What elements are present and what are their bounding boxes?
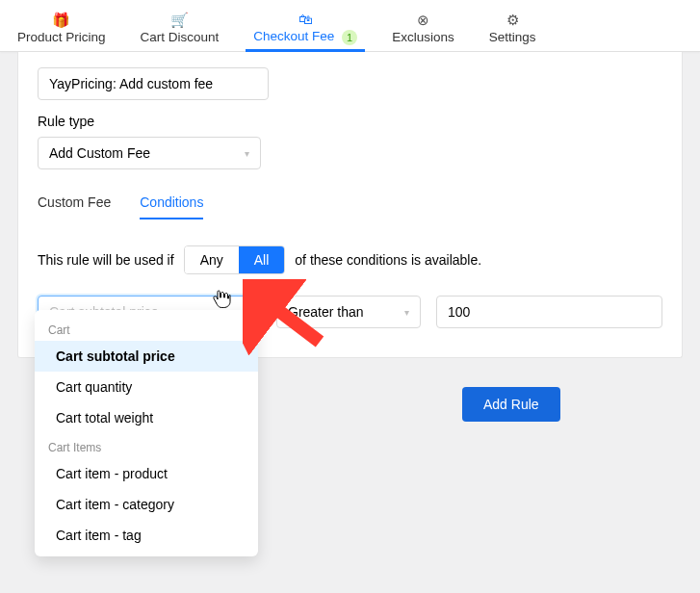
- rule-type-select[interactable]: Add Custom Fee ▾: [38, 137, 261, 169]
- rule-name-value: YayPricing: Add custom fee: [49, 76, 213, 91]
- nav-label: Checkout Fee 1: [253, 29, 357, 44]
- nav-label: Settings: [489, 30, 536, 44]
- count-badge: 1: [342, 30, 357, 45]
- rule-type-value: Add Custom Fee: [49, 145, 150, 161]
- nav-label: Product Pricing: [17, 30, 106, 44]
- option-cart-quantity[interactable]: Cart quantity: [35, 372, 258, 402]
- chevron-down-icon: ▾: [245, 148, 249, 159]
- condition-logic-row: This rule will be used if Any All of the…: [38, 245, 662, 274]
- top-nav: 🎁 Product Pricing 🛒 Cart Discount 🛍 Chec…: [0, 0, 700, 52]
- logic-any-button[interactable]: Any: [185, 246, 239, 273]
- chevron-down-icon: ▾: [404, 307, 409, 318]
- tab-custom-fee[interactable]: Custom Fee: [38, 194, 111, 219]
- cart-icon: 🛒: [170, 13, 189, 27]
- value-input[interactable]: 100: [436, 296, 662, 328]
- option-cart-item-product[interactable]: Cart item - product: [35, 458, 258, 489]
- nav-checkout-fee[interactable]: 🛍 Checkout Fee 1: [236, 0, 375, 51]
- value-input-text: 100: [448, 304, 470, 320]
- cond-text-left: This rule will be used if: [38, 252, 174, 268]
- option-cart-total-weight[interactable]: Cart total weight: [35, 402, 258, 433]
- subtabs: Custom Fee Conditions: [38, 194, 662, 220]
- dropdown-group-cart: Cart: [35, 316, 258, 341]
- nav-label: Cart Discount: [141, 30, 220, 44]
- comparator-value: Greater than: [288, 304, 364, 320]
- nav-settings[interactable]: ⚙ Settings: [472, 0, 554, 51]
- rule-type-label: Rule type: [38, 114, 662, 129]
- cond-text-right: of these conditions is available.: [295, 252, 481, 268]
- logic-segmented: Any All: [184, 245, 286, 274]
- condition-field-dropdown: Cart Cart subtotal price Cart quantity C…: [35, 310, 258, 556]
- nav-exclusions[interactable]: ⊗ Exclusions: [375, 0, 472, 51]
- add-rule-button[interactable]: Add Rule: [462, 387, 560, 422]
- dropdown-group-cart-items: Cart Items: [35, 433, 258, 458]
- add-rule-container: Add Rule: [462, 387, 560, 422]
- rule-name-input[interactable]: YayPricing: Add custom fee: [38, 67, 269, 100]
- option-cart-item-category[interactable]: Cart item - category: [35, 489, 258, 520]
- exclude-icon: ⊗: [417, 13, 429, 27]
- tab-conditions[interactable]: Conditions: [140, 194, 203, 219]
- option-cart-item-tag[interactable]: Cart item - tag: [35, 520, 258, 551]
- option-cart-subtotal-price[interactable]: Cart subtotal price: [35, 341, 258, 372]
- gear-icon: ⚙: [506, 13, 519, 27]
- gift-icon: 🎁: [52, 13, 70, 27]
- logic-all-button[interactable]: All: [239, 246, 285, 273]
- nav-label: Exclusions: [392, 30, 454, 44]
- comparator-select[interactable]: Greater than ▾: [276, 296, 421, 328]
- nav-cart-discount[interactable]: 🛒 Cart Discount: [123, 0, 237, 51]
- bag-icon: 🛍: [298, 12, 313, 26]
- nav-product-pricing[interactable]: 🎁 Product Pricing: [0, 0, 123, 51]
